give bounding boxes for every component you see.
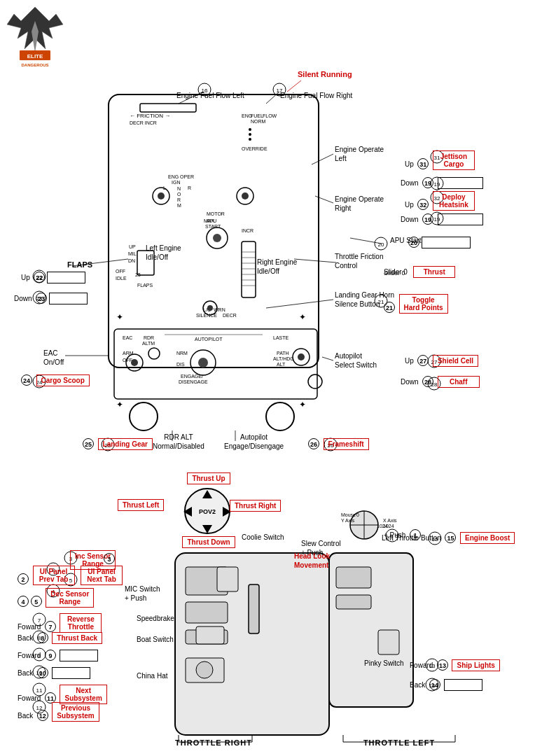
thrust-left-button[interactable]: Thrust Left (118, 499, 164, 511)
svg-rect-149 (196, 626, 224, 644)
svg-rect-155 (378, 630, 399, 654)
svg-text:DECR        INCR: DECR INCR (130, 120, 157, 125)
prev-subsystem-button[interactable]: PreviousSubsystem (52, 702, 99, 722)
svg-text:FLOW: FLOW (263, 113, 277, 118)
landing-gear-area: 25 Landing Gear (83, 438, 153, 450)
svg-text:DIS: DIS (176, 362, 185, 367)
engine-fuel-flow-left-label: Engine Fuel Flow Left (176, 91, 244, 100)
svg-text:LASTE: LASTE (273, 335, 289, 340)
ui-panel-prev-area: 2 UI PanelPrev Tab (18, 566, 75, 585)
cargo-scoop-button[interactable]: Cargo Scoop (36, 374, 90, 386)
thrust-up-label: Thrust Up (174, 472, 244, 484)
svg-text:MAX: MAX (204, 218, 215, 223)
up-22-area: Up 22 (21, 272, 85, 284)
svg-text:UP: UP (129, 244, 136, 249)
rdr-alt-label: RDR ALTNormal/Disabled (153, 433, 204, 451)
svg-line-121 (315, 196, 333, 203)
svg-rect-147 (217, 567, 238, 592)
svg-text:ALTM: ALTM (142, 341, 155, 346)
svg-text:POV2: POV2 (199, 508, 216, 515)
svg-text:X Axis: X Axis (383, 518, 397, 523)
right-engine-idle-label: Right EngineIdle/Off (257, 258, 297, 276)
svg-line-124 (266, 300, 333, 308)
thrust-back-button[interactable]: Thrust Back (52, 632, 102, 644)
engine-operate-left-label: Engine OperateLeft (335, 145, 384, 163)
frameshift-button[interactable]: Frameshift (324, 438, 369, 450)
foward-9-area: Foward 9 (18, 650, 98, 662)
svg-text:THROTTLE RIGHT: THROTTLE RIGHT (175, 738, 252, 747)
shield-cell-button[interactable]: Shield Cell (433, 355, 478, 367)
landing-gear-button[interactable]: Landing Gear (98, 438, 153, 450)
thrust-button[interactable]: Thrust (413, 266, 455, 278)
slider-thrust-area: Slider 0 Thrust (384, 266, 455, 278)
reverse-throttle-area: Foward 7 ReverseThrottle (18, 613, 102, 633)
svg-text:✦: ✦ (299, 312, 306, 322)
svg-point-12 (249, 133, 251, 136)
dec-sensor-button[interactable]: Dec SensorRange (46, 588, 94, 608)
svg-rect-153 (336, 567, 371, 588)
svg-text:Y Axis: Y Axis (341, 518, 355, 523)
flaps-label: FLAPS (67, 260, 92, 269)
pinky-switch-label: Pinky Switch (364, 659, 404, 667)
svg-text:N: N (177, 186, 181, 191)
svg-point-84 (130, 402, 158, 430)
dec-sensor-area: 4 5 Dec SensorRange (18, 588, 94, 608)
engine-operate-right-label: Engine OperateRight (335, 195, 384, 213)
svg-point-11 (249, 128, 251, 131)
thrust-right-button[interactable]: Thrust Right (230, 500, 281, 512)
svg-text:RDR: RDR (144, 335, 154, 340)
mic-switch-label: MIC Switch+ Push (125, 584, 160, 603)
engine-fuel-flow-right-label: Engine Fuel Flow Right (280, 91, 352, 100)
next-subsystem-button[interactable]: NextSubsystem (60, 685, 106, 704)
apu-start-box: 20 (408, 237, 471, 248)
svg-rect-3 (109, 94, 319, 368)
main-container: ELITE DANGEROUS ← FRICTION → DECR INCR E… (0, 0, 535, 756)
thrust-down-button[interactable]: Thrust Down (182, 536, 235, 548)
thrust-left-label: Thrust Left (118, 499, 164, 511)
svg-text:ALT/HDG: ALT/HDG (273, 356, 294, 361)
svg-text:25: 25 (135, 272, 141, 277)
svg-point-74 (148, 348, 160, 359)
svg-text:✦: ✦ (116, 312, 123, 322)
svg-line-88 (287, 80, 301, 92)
cargo-scoop-area: 24 Cargo Scoop (21, 374, 90, 386)
reverse-throttle-button[interactable]: ReverseThrottle (60, 613, 102, 633)
svg-text:20: 20 (378, 241, 384, 248)
svg-text:✦: ✦ (299, 400, 306, 410)
svg-text:← FRICTION →: ← FRICTION → (130, 113, 170, 119)
engine-boost-button[interactable]: Engine Boost (460, 532, 515, 544)
svg-text:IGN: IGN (172, 180, 180, 185)
toggle-hardpoints-button[interactable]: ToggleHard Points (399, 294, 448, 314)
thrust-right-label: Thrust Right (230, 500, 281, 512)
jettison-cargo-button[interactable]: JettisonCargo (433, 150, 475, 170)
chaff-button[interactable]: Chaff (438, 376, 480, 388)
svg-text:IDLE: IDLE (116, 276, 127, 281)
svg-point-26 (242, 192, 249, 200)
boat-switch-label: Boat Switch (137, 636, 174, 643)
svg-text:PATH: PATH (277, 351, 289, 356)
ship-lights-button[interactable]: Ship Lights (452, 659, 499, 671)
svg-text:✦: ✦ (116, 400, 123, 410)
ui-panel-prev-button[interactable]: UI PanelPrev Tab (33, 566, 75, 585)
svg-text:0: 0 (356, 512, 359, 517)
svg-text:ELITE: ELITE (27, 53, 43, 59)
frameshift-area: 26 Frameshift (308, 438, 369, 450)
ui-panel-next-area: UI PanelNext Tab (81, 566, 123, 585)
ui-panel-next-button[interactable]: UI PanelNext Tab (81, 566, 123, 585)
thrust-back-area: Back 8 Thrust Back (18, 632, 102, 644)
svg-text:ALT: ALT (277, 362, 286, 367)
svg-text:WRN: WRN (214, 307, 225, 312)
speedbrake-label: Speedbrake (137, 615, 174, 622)
svg-text:EAC: EAC (123, 335, 132, 340)
thrust-up-button[interactable]: Thrust Up (187, 472, 230, 484)
deploy-heatsink-button[interactable]: DeployHeatsink (433, 191, 475, 211)
prev-subsystem-area: Back 12 PreviousSubsystem (18, 702, 99, 722)
svg-rect-4 (140, 104, 196, 112)
svg-text:DN: DN (128, 258, 135, 263)
svg-line-120 (312, 154, 333, 164)
china-hat-label: China Hat (137, 672, 167, 680)
svg-point-73 (131, 359, 138, 366)
svg-rect-35 (242, 241, 256, 298)
silent-running-label: Silent Running (298, 70, 352, 78)
svg-text:MOTOR: MOTOR (207, 211, 225, 216)
